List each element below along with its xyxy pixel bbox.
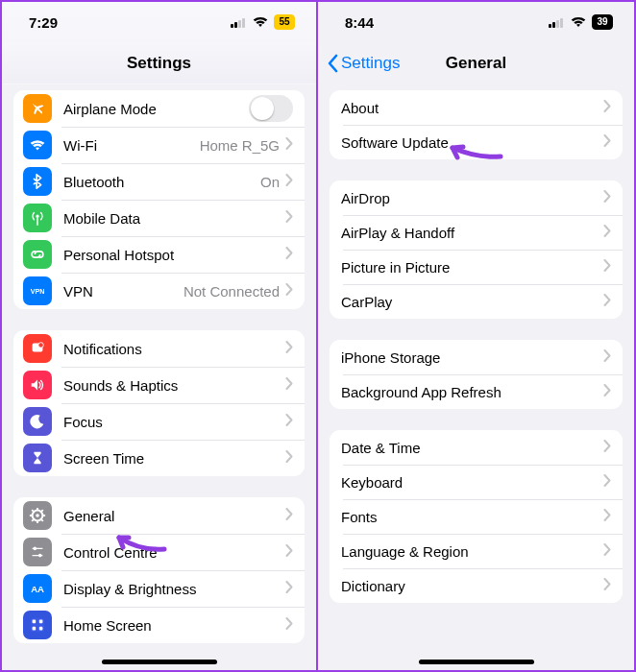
battery-indicator: 39 xyxy=(592,14,613,30)
chevron-right-icon xyxy=(603,99,611,116)
row-label: Mobile Data xyxy=(63,210,140,227)
home-indicator xyxy=(102,660,217,664)
wifi-icon xyxy=(253,16,268,28)
settings-list[interactable]: Airplane ModeWi-FiHome R_5GBluetoothOnMo… xyxy=(2,84,316,670)
aa-icon: AA xyxy=(23,574,52,603)
general-row-carplay[interactable]: CarPlay xyxy=(330,284,623,319)
chevron-right-icon xyxy=(285,616,293,634)
gear-icon xyxy=(23,501,52,530)
row-label: Keyboard xyxy=(341,474,403,491)
row-label: Date & Time xyxy=(341,440,421,456)
svg-rect-24 xyxy=(33,620,37,624)
general-list[interactable]: AboutSoftware UpdateAirDropAirPlay & Han… xyxy=(318,84,634,670)
chevron-right-icon xyxy=(603,189,611,206)
chevron-right-icon xyxy=(285,376,293,394)
status-bar: 8:44 39 xyxy=(318,2,634,42)
row-label: Bluetooth xyxy=(63,174,124,190)
svg-line-16 xyxy=(32,519,34,521)
general-row-refresh[interactable]: Background App Refresh xyxy=(330,374,623,409)
svg-rect-26 xyxy=(33,627,37,631)
wifi-icon xyxy=(571,16,586,28)
chevron-right-icon xyxy=(285,413,293,430)
speaker-icon xyxy=(23,371,52,399)
wifi-icon xyxy=(23,131,52,159)
page-title: Settings xyxy=(127,54,191,73)
row-label: Focus xyxy=(63,414,103,430)
general-row-storage[interactable]: iPhone Storage xyxy=(330,340,623,374)
svg-point-9 xyxy=(36,514,39,517)
row-label: Personal Hotspot xyxy=(63,247,174,263)
general-row-about[interactable]: About xyxy=(330,90,623,125)
chevron-left-icon xyxy=(328,54,339,73)
general-row-airdrop[interactable]: AirDrop xyxy=(330,180,623,215)
settings-row-general[interactable]: General xyxy=(13,497,305,534)
svg-rect-30 xyxy=(556,20,559,28)
row-label: iPhone Storage xyxy=(341,349,440,366)
page-title: General xyxy=(446,54,506,73)
general-row-airplay[interactable]: AirPlay & Handoff xyxy=(330,215,623,250)
svg-rect-28 xyxy=(549,24,551,28)
phone-general: 8:44 39 Settings General AboutSoftware U… xyxy=(318,0,636,672)
general-row-softwareupdate[interactable]: Software Update xyxy=(330,125,623,159)
row-label: Picture in Picture xyxy=(341,259,450,276)
row-label: Wi-Fi xyxy=(63,137,97,154)
row-label: General xyxy=(63,508,114,524)
general-row-dictionary[interactable]: Dictionary xyxy=(330,568,623,603)
settings-row-notifications[interactable]: Notifications xyxy=(13,330,305,367)
general-row-pip[interactable]: Picture in Picture xyxy=(330,250,623,284)
cellular-icon xyxy=(549,17,565,28)
battery-indicator: 55 xyxy=(274,14,295,30)
row-label: Language & Region xyxy=(341,543,469,560)
svg-rect-27 xyxy=(39,627,43,631)
bell-icon xyxy=(23,334,52,363)
chevron-right-icon xyxy=(603,577,611,594)
row-label: Software Update xyxy=(341,134,449,151)
settings-row-screentime[interactable]: Screen Time xyxy=(13,440,305,476)
toggle-airplane[interactable] xyxy=(249,95,293,122)
settings-row-display[interactable]: AADisplay & Brightness xyxy=(13,570,305,607)
row-label: Screen Time xyxy=(63,450,144,467)
settings-row-airplane[interactable]: Airplane Mode xyxy=(13,90,305,127)
back-label: Settings xyxy=(341,54,400,73)
settings-row-sounds[interactable]: Sounds & Haptics xyxy=(13,367,305,403)
back-button[interactable]: Settings xyxy=(328,54,400,73)
row-label: Fonts xyxy=(341,509,378,525)
settings-row-bluetooth[interactable]: BluetoothOn xyxy=(13,163,305,200)
chevron-right-icon xyxy=(285,136,293,154)
chevron-right-icon xyxy=(285,580,293,597)
settings-row-homescreen[interactable]: Home Screen xyxy=(13,607,305,643)
vpn-icon: VPN xyxy=(23,276,52,305)
row-label: Sounds & Haptics xyxy=(63,377,178,394)
antenna-icon xyxy=(23,204,52,232)
row-label: VPN xyxy=(63,283,93,300)
general-row-fonts[interactable]: Fonts xyxy=(330,499,623,534)
row-label: Dictionary xyxy=(341,578,405,594)
row-label: Display & Brightness xyxy=(63,581,196,597)
svg-rect-3 xyxy=(242,18,245,28)
row-label: About xyxy=(341,100,379,116)
svg-rect-2 xyxy=(238,20,241,28)
cellular-icon xyxy=(231,17,247,28)
chevron-right-icon xyxy=(603,542,611,560)
row-label: Background App Refresh xyxy=(341,384,501,400)
general-row-datetime[interactable]: Date & Time xyxy=(330,430,623,465)
chevron-right-icon xyxy=(603,258,611,276)
chevron-right-icon xyxy=(603,293,611,310)
chevron-right-icon xyxy=(285,282,293,300)
nav-header: Settings xyxy=(2,42,316,84)
general-row-language[interactable]: Language & Region xyxy=(330,534,623,568)
settings-row-wifi[interactable]: Wi-FiHome R_5G xyxy=(13,127,305,163)
settings-row-hotspot[interactable]: Personal Hotspot xyxy=(13,236,305,273)
svg-rect-1 xyxy=(234,22,237,28)
sliders-icon xyxy=(23,538,52,566)
settings-row-mobiledata[interactable]: Mobile Data xyxy=(13,200,305,236)
row-value: On xyxy=(260,174,280,190)
row-value: Not Connected xyxy=(183,283,280,300)
general-row-keyboard[interactable]: Keyboard xyxy=(330,465,623,499)
svg-text:AA: AA xyxy=(31,584,44,594)
settings-row-vpn[interactable]: VPNVPNNot Connected xyxy=(13,273,305,309)
settings-row-controlcentre[interactable]: Control Centre xyxy=(13,534,305,570)
svg-rect-31 xyxy=(560,18,563,28)
row-label: AirDrop xyxy=(341,190,390,206)
settings-row-focus[interactable]: Focus xyxy=(13,403,305,440)
